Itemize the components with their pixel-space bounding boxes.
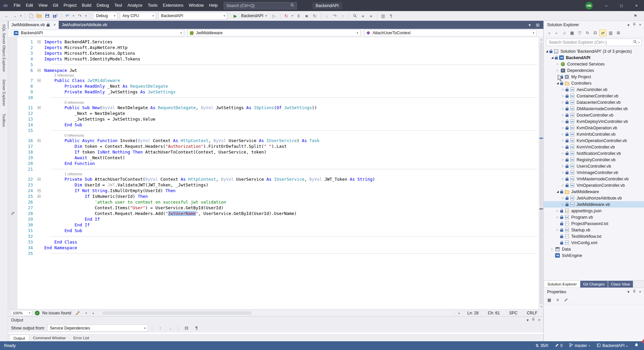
menu-help[interactable]: Help xyxy=(206,0,220,11)
expand-arrow-icon[interactable]: ▷ xyxy=(560,196,566,200)
menu-test[interactable]: Test xyxy=(112,0,125,11)
code-line[interactable]: 21 xyxy=(8,166,543,172)
tree-item-jwtmiddleware-vb[interactable]: ▷VBJwtMiddleware.vb xyxy=(544,201,644,208)
redo-dropdown-icon[interactable]: ▾ xyxy=(84,12,88,20)
collapse-region-icon[interactable] xyxy=(38,79,41,82)
code-line[interactable]: 10 xyxy=(8,95,543,100)
save-icon[interactable] xyxy=(43,12,51,20)
codelens-references[interactable]: 2 references xyxy=(8,73,543,78)
close-button[interactable]: × xyxy=(629,0,644,11)
breakpoint-margin[interactable] xyxy=(8,228,17,233)
expand-arrow-icon[interactable]: ▷ xyxy=(560,139,566,142)
code-line[interactable]: 4Imports Microsoft.IdentityModel.Tokens xyxy=(8,56,543,62)
code-line[interactable]: 29 End If xyxy=(8,216,543,222)
outlining-margin[interactable] xyxy=(36,251,43,256)
navigation-dropdown-icon[interactable]: ▾ xyxy=(19,12,23,20)
expand-arrow-icon[interactable]: ▷ xyxy=(555,209,560,212)
project-dropdown[interactable]: VB BackendAPI ▾ xyxy=(11,30,184,36)
open-file-icon[interactable] xyxy=(35,12,43,20)
bottom-tab-command-window[interactable]: Command Window xyxy=(30,335,69,341)
output-close-icon[interactable]: × xyxy=(538,318,540,322)
menu-build[interactable]: Build xyxy=(79,0,94,11)
output-pin-icon[interactable] xyxy=(532,318,535,322)
code-line[interactable]: 33 End Class xyxy=(8,239,543,245)
menu-git[interactable]: Git xyxy=(50,0,61,11)
code-line[interactable]: 17 Dim token = Context.Request.Headers("… xyxy=(8,143,543,149)
se-pending-changes-filter-icon[interactable]: ▽ xyxy=(576,30,583,36)
breakpoint-margin[interactable] xyxy=(8,78,17,83)
stop-debugging-icon[interactable]: ■ xyxy=(303,12,311,20)
outlining-margin[interactable] xyxy=(36,176,43,182)
properties-property-pages-icon[interactable] xyxy=(562,297,570,303)
step-over-icon[interactable]: ↷ xyxy=(331,12,339,20)
outlining-margin[interactable] xyxy=(36,182,43,188)
expand-arrow-icon[interactable]: ▷ xyxy=(555,69,560,72)
code-line[interactable]: 11 Public Sub New(ByVal NextDelegate As … xyxy=(8,105,543,111)
menu-tools[interactable]: Tools xyxy=(145,0,160,11)
se-forward-icon[interactable]: ▸ xyxy=(553,30,560,36)
breakpoint-margin[interactable] xyxy=(8,83,17,89)
breakpoint-margin[interactable] xyxy=(8,39,17,45)
code-line[interactable]: 5 xyxy=(8,62,543,68)
code-line[interactable]: 22 Private Sub AttachUserToContext(ByVal… xyxy=(8,176,543,182)
menu-window[interactable]: Window xyxy=(186,0,206,11)
breakpoint-margin[interactable] xyxy=(8,138,17,143)
outlining-margin[interactable] xyxy=(36,199,43,205)
find-in-files-icon[interactable] xyxy=(351,12,359,20)
menu-analyze[interactable]: Analyze xyxy=(125,0,145,11)
health-indicator-icon[interactable]: ✓ xyxy=(35,311,40,315)
expand-arrow-icon[interactable]: ▷ xyxy=(560,120,566,123)
output-source-combobox[interactable]: Service Dependencies ▾ xyxy=(47,324,148,332)
code-cleanup-dropdown-icon[interactable]: ▾ xyxy=(84,309,88,317)
se-collapse-all-icon[interactable]: ⊟ xyxy=(592,30,599,36)
maximize-button[interactable]: □ xyxy=(614,0,629,11)
active-files-dropdown-icon[interactable]: ▾ xyxy=(527,21,532,29)
properties-alphabetical-icon[interactable]: ≡ xyxy=(554,297,561,303)
se-refresh-icon[interactable]: ↻ xyxy=(584,30,591,36)
expand-arrow-icon[interactable]: ▷ xyxy=(560,158,566,161)
type-dropdown[interactable]: JwtMiddleware ▾ xyxy=(187,30,360,36)
navigate-backward-icon[interactable]: ← xyxy=(3,12,10,20)
outlining-margin[interactable] xyxy=(36,105,43,111)
breakpoint-margin[interactable] xyxy=(8,251,17,256)
tree-item-aescontroller-vb[interactable]: ▷VBAesController.vb xyxy=(544,86,644,93)
outlining-margin[interactable] xyxy=(36,95,43,100)
collapse-arrow-icon[interactable]: ◢ xyxy=(555,190,560,193)
user-avatar[interactable]: HB xyxy=(585,2,593,9)
se-home-icon[interactable]: ⌂ xyxy=(561,30,568,36)
expand-arrow-icon[interactable]: ▷ xyxy=(555,216,560,219)
menu-project[interactable]: Project xyxy=(61,0,79,11)
menu-edit[interactable]: Edit xyxy=(23,0,36,11)
code-line[interactable]: 15 xyxy=(8,128,543,133)
previous-message-icon[interactable]: ↑ xyxy=(156,324,164,332)
tree-item-kvmoperationcontroller-vb[interactable]: ▷VBKvmOperationController.vb xyxy=(544,137,644,144)
tree-item-testworkflow-txt[interactable]: ≡TestWorkflow.txt xyxy=(544,233,644,239)
breakpoint-margin[interactable] xyxy=(8,143,17,149)
collapse-region-icon[interactable] xyxy=(38,178,41,181)
tree-item-jwtauthorizeattribute-vb[interactable]: ▷VBJwtAuthorizeAttribute.vb xyxy=(544,195,644,201)
break-all-icon[interactable]: Ⅱ xyxy=(295,12,303,20)
tree-item-data[interactable]: ▷Data xyxy=(544,246,644,252)
properties-categorized-icon[interactable]: ▦ xyxy=(546,297,553,303)
code-line[interactable]: 34End Namespace xyxy=(8,245,543,251)
code-line[interactable]: 26 'attach user to context on successful… xyxy=(8,199,543,205)
tree-item-dependencies[interactable]: ▷≡Dependencies xyxy=(544,67,644,74)
expand-arrow-icon[interactable]: ▷ xyxy=(560,107,566,110)
breakpoint-margin[interactable] xyxy=(8,222,17,228)
uncomment-selection-icon[interactable]: » xyxy=(367,12,375,20)
start-without-debugging-icon[interactable]: ▷ xyxy=(270,12,278,20)
properties-close-icon[interactable]: × xyxy=(639,290,641,294)
undo-icon[interactable]: ↶ xyxy=(63,12,71,20)
expand-arrow-icon[interactable]: ▷ xyxy=(560,133,566,136)
restart-icon[interactable]: ↻ xyxy=(311,12,319,20)
comment-selection-icon[interactable]: « xyxy=(359,12,367,20)
tree-item-projectpassword-txt[interactable]: ≡ProjectPassword.txt xyxy=(544,220,644,227)
code-line[interactable]: 20 End Function xyxy=(8,161,543,166)
side-tab-sql-server-object-explorer[interactable]: SQL Server Object Explorer xyxy=(2,24,6,72)
tree-item-backendapi[interactable]: ◢VBBackendAPI xyxy=(544,54,644,61)
expand-arrow-icon[interactable]: ▷ xyxy=(560,114,566,117)
expand-arrow-icon[interactable]: ▷ xyxy=(560,101,566,104)
hot-reload-dropdown-icon[interactable]: ▾ xyxy=(290,12,294,20)
tree-item-jwtmiddleware[interactable]: ◢JwtMiddleware xyxy=(544,188,644,195)
code-line[interactable]: 35 xyxy=(8,251,543,256)
